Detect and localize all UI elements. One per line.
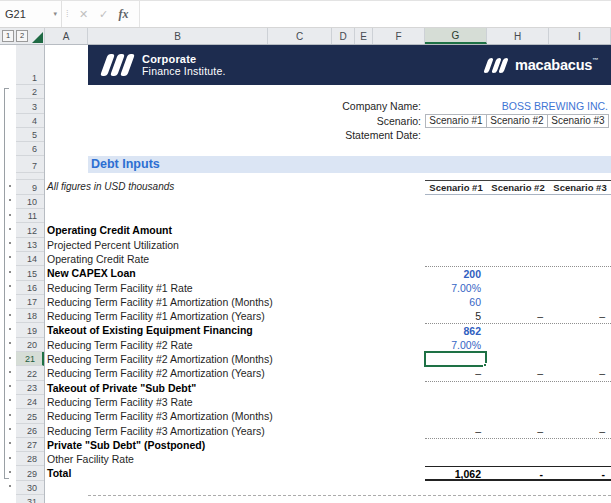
row-label[interactable]: Operating Credit Rate [45,252,425,266]
row-header-26[interactable]: 26 [16,424,44,438]
cell-i24[interactable] [549,395,611,409]
cell-g17[interactable]: 60 [425,295,487,309]
row-label[interactable]: Projected Percent Utilization [45,238,425,252]
column-header-h[interactable]: H [487,28,549,44]
cell-h27[interactable] [487,439,549,452]
column-header-f[interactable]: F [373,28,425,44]
name-box[interactable]: G21 ▾ [0,1,62,27]
scenario-col-header-1[interactable]: Scenario #1 [425,181,487,193]
row-header-11[interactable]: 11 [16,209,44,223]
cell-h15[interactable] [487,267,549,280]
row-header-8-hidden[interactable] [16,173,44,180]
cell-g12[interactable] [425,223,487,237]
cell-h29[interactable]: - [487,467,549,478]
row-header-21-selected[interactable]: 21 [16,352,44,366]
row-header-13[interactable]: 13 [16,238,44,252]
cell-g28[interactable] [425,452,487,466]
row-header-1[interactable]: 1 [16,45,44,85]
cell-g18[interactable]: 5 [425,309,487,323]
row-label[interactable]: Reducing Term Facility #1 Amortization (… [45,309,425,323]
outline-level-1-button[interactable]: 1 [2,30,14,42]
row-header-27[interactable]: 27 [16,438,44,452]
row-header-18[interactable]: 18 [16,309,44,323]
row-header-23[interactable]: 23 [16,381,44,395]
row-label[interactable]: Reducing Term Facility #3 Rate [45,395,425,409]
cell-g13[interactable] [425,238,487,252]
column-header-b[interactable]: B [88,28,268,44]
cell-i21[interactable] [549,352,611,366]
scenario-cell-3[interactable]: Scenario #3 [547,114,609,128]
scenario-cell-2[interactable]: Scenario #2 [486,114,548,128]
row-header-19[interactable]: 19 [16,323,44,337]
company-name-value[interactable]: BOSS BREWING INC. [425,99,611,113]
cell-i27[interactable] [549,439,611,452]
row-header-7[interactable]: 7 [16,156,44,173]
chevron-down-icon[interactable]: ▾ [53,10,61,18]
row-header-29[interactable]: 29 [16,466,44,480]
row-label[interactable]: Reducing Term Facility #2 Amortization (… [45,366,425,380]
column-header-a[interactable]: A [45,28,88,44]
row-label[interactable]: Reducing Term Facility #2 Rate [45,338,425,352]
statement-date-label[interactable]: Statement Date: [45,128,425,142]
row-header-3[interactable]: 3 [16,99,44,113]
row-header-17[interactable]: 17 [16,295,44,309]
cell-g15[interactable]: 200 [425,267,487,280]
outline-level-2-button[interactable]: 2 [16,30,28,42]
row-header-25[interactable]: 25 [16,409,44,423]
cell-h28[interactable] [487,452,549,466]
scenario-col-header-2[interactable]: Scenario #2 [487,181,549,193]
cell-g25[interactable] [425,409,487,423]
cell-i12[interactable] [549,223,611,237]
row-header-5[interactable]: 5 [16,128,44,142]
column-header-c[interactable]: C [268,28,332,44]
scenario-col-header-3[interactable]: Scenario #3 [549,181,611,193]
cell-i26[interactable]: – [549,424,611,438]
selected-cell-outline[interactable] [424,351,487,367]
column-header-e[interactable]: E [355,28,373,44]
cell-g22[interactable]: – [425,366,487,380]
insert-function-icon[interactable]: fx [114,7,134,22]
cell-h17[interactable] [487,295,549,309]
cell-i20[interactable] [549,338,611,352]
row-header-31[interactable]: 31 [16,495,44,503]
scenario-cell-1[interactable]: Scenario #1 [425,114,487,128]
cell-g19[interactable]: 862 [425,324,487,337]
cell-g20[interactable]: 7.00% [425,338,487,352]
cell-i14[interactable] [549,252,611,266]
section-title[interactable]: Debt Inputs [88,156,611,173]
units-note[interactable]: All figures in USD thousands [45,180,425,194]
column-header-i[interactable]: I [549,28,611,44]
row-header-6[interactable]: 6 [16,142,44,156]
row-header-10[interactable]: 10 [16,195,44,209]
row-header-14[interactable]: 14 [16,252,44,266]
cell-h18[interactable]: – [487,309,549,323]
cancel-icon[interactable]: ✕ [74,8,94,21]
row-header-16[interactable]: 16 [16,281,44,295]
row-label[interactable]: Operating Credit Amount [45,223,425,237]
cell-i22[interactable]: – [549,366,611,380]
cell-h23[interactable] [487,382,549,395]
row-header-9[interactable]: 9 [16,180,44,194]
row-header-20[interactable]: 20 [16,338,44,352]
row-label[interactable]: Private "Sub Debt" (Postponed) [45,438,425,452]
cell-i19[interactable] [549,324,611,337]
row-header-28[interactable]: 28 [16,452,44,466]
row-label[interactable]: Reducing Term Facility #3 Amortization (… [45,409,425,423]
cell-h21[interactable] [487,352,549,366]
cell-g16[interactable]: 7.00% [425,281,487,295]
company-name-label[interactable]: Company Name: [45,99,425,113]
select-all-button[interactable] [32,32,43,43]
fill-handle[interactable] [483,363,487,367]
cell-i29[interactable]: - [549,467,611,478]
row-header-2[interactable]: 2 [16,85,44,99]
row-label[interactable]: New CAPEX Loan [45,266,425,280]
cell-h25[interactable] [487,409,549,423]
cell-h16[interactable] [487,281,549,295]
row-header-24[interactable]: 24 [16,395,44,409]
cell-g23[interactable] [425,382,487,395]
cell-g26[interactable]: – [425,424,487,438]
enter-icon[interactable]: ✓ [94,8,114,21]
row-label[interactable]: Total [45,466,425,480]
row-label[interactable]: Other Facility Rate [45,452,425,466]
statement-date-value[interactable] [425,128,611,142]
